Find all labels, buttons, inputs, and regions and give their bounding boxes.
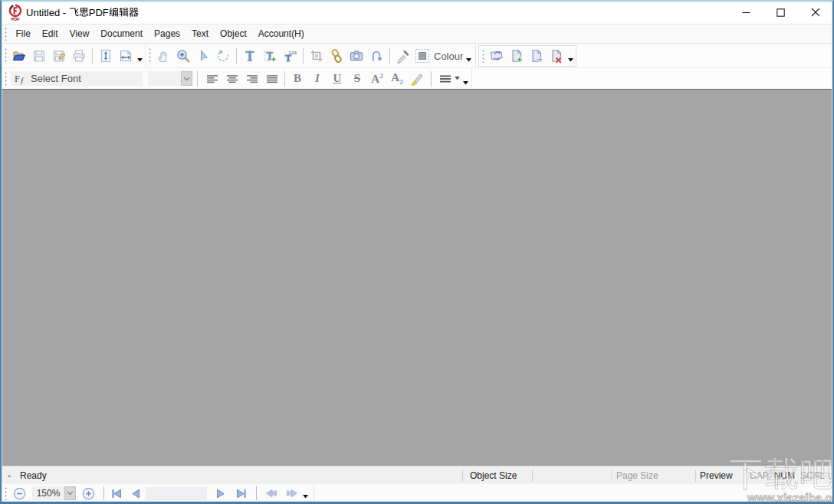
- menu-object[interactable]: Object: [215, 25, 253, 43]
- subscript-mark: 2: [399, 78, 403, 86]
- line-style-button[interactable]: [435, 70, 461, 88]
- status-ready-cell: -Ready: [2, 466, 462, 484]
- zoom-button[interactable]: [173, 47, 193, 65]
- colour-swatch-icon: [415, 48, 430, 64]
- subscript-button[interactable]: A2: [387, 70, 407, 88]
- font-size-selector[interactable]: [148, 71, 192, 86]
- fit-width-button[interactable]: [116, 47, 136, 65]
- font-selector[interactable]: FfSelect Font: [11, 71, 143, 86]
- app-window: PDF Untitled - PDF File Edit View Docume…: [0, 0, 834, 504]
- select-arrow-icon: [195, 48, 211, 64]
- numbered-text-button[interactable]: 123: [280, 47, 300, 65]
- menu-file[interactable]: File: [10, 25, 36, 43]
- menu-account[interactable]: Account(H): [252, 25, 310, 43]
- align-right-button[interactable]: [242, 70, 262, 88]
- eyedropper-button[interactable]: [393, 47, 413, 65]
- align-center-button[interactable]: [222, 70, 242, 88]
- overflow-chevron-icon: [568, 58, 573, 62]
- toolbar-grip[interactable]: [4, 486, 8, 500]
- status-scrl: SCRL: [800, 470, 825, 481]
- select-arrow-button[interactable]: [193, 47, 213, 65]
- bottombar-separator: [103, 486, 104, 500]
- next-view-icon: [285, 488, 298, 499]
- strikethrough-button[interactable]: S: [347, 70, 367, 88]
- superscript-label: A2: [371, 72, 383, 86]
- toolbar-grip[interactable]: [4, 71, 8, 86]
- delete-page-button[interactable]: [547, 47, 566, 65]
- font-size-value: [148, 71, 181, 86]
- extract-page-button[interactable]: [527, 47, 547, 65]
- svg-text:f: f: [21, 76, 25, 84]
- font-size-dropdown[interactable]: [181, 71, 192, 86]
- next-page-button[interactable]: [212, 485, 230, 502]
- subscript-letter: A: [391, 71, 399, 83]
- toolbar-separator: [236, 48, 237, 64]
- strikethrough-label: S: [354, 72, 360, 85]
- save-button[interactable]: [29, 47, 49, 65]
- toolbar-grip[interactable]: [4, 47, 8, 64]
- bottombar-separator: [256, 486, 257, 500]
- open-button[interactable]: [9, 47, 29, 65]
- text-tool-button[interactable]: [240, 47, 260, 65]
- extract-page-icon: [529, 48, 544, 64]
- zoom-level-dropdown[interactable]: [64, 486, 76, 500]
- status-preview: Preview: [696, 466, 750, 484]
- menu-document[interactable]: Document: [95, 25, 149, 43]
- add-text-button[interactable]: [260, 47, 280, 65]
- zoom-in-button[interactable]: [76, 485, 100, 502]
- menu-view[interactable]: View: [64, 25, 95, 43]
- last-page-button[interactable]: [230, 485, 251, 502]
- hand-button[interactable]: [153, 47, 173, 65]
- bottombar-overflow-chevron[interactable]: [301, 485, 309, 502]
- page-number-field[interactable]: [146, 487, 207, 500]
- superscript-button[interactable]: A2: [367, 70, 387, 88]
- replace-page-button[interactable]: [487, 47, 507, 65]
- bold-button[interactable]: B: [287, 70, 307, 88]
- link-button[interactable]: [327, 47, 346, 65]
- prev-page-button[interactable]: [126, 485, 144, 502]
- align-justify-button[interactable]: [262, 70, 282, 88]
- numbered-text-icon: 123: [282, 48, 297, 64]
- prev-view-button[interactable]: [261, 485, 281, 502]
- align-right-icon: [245, 71, 260, 87]
- pages-overflow-chevron[interactable]: [566, 47, 574, 65]
- minimize-icon: [742, 8, 750, 17]
- first-page-button[interactable]: [107, 485, 126, 502]
- print-button[interactable]: [69, 47, 89, 65]
- menu-edit[interactable]: Edit: [36, 25, 64, 43]
- underline-button[interactable]: U: [327, 70, 347, 88]
- bottom-toolbar: 150%: [2, 484, 832, 502]
- rotate-button[interactable]: [213, 47, 233, 65]
- italic-button[interactable]: I: [307, 70, 327, 88]
- colour-dropdown-chevron[interactable]: [465, 47, 472, 65]
- menu-text[interactable]: Text: [186, 25, 215, 43]
- save-as-button[interactable]: [49, 47, 69, 65]
- highlight-button[interactable]: [407, 70, 427, 88]
- snapshot-button[interactable]: [346, 47, 366, 65]
- toolbar-grip[interactable]: [148, 47, 152, 64]
- zoom-level-value[interactable]: 150%: [32, 486, 64, 500]
- zoom-out-button[interactable]: [9, 485, 29, 502]
- next-view-button[interactable]: [281, 485, 301, 502]
- toolbar-grip[interactable]: [481, 49, 485, 63]
- crop-button[interactable]: [307, 47, 327, 65]
- format-overflow-chevron[interactable]: [461, 70, 469, 88]
- status-cap: CAP: [750, 470, 769, 481]
- document-canvas[interactable]: [2, 89, 832, 466]
- standard-overflow-chevron[interactable]: [136, 47, 143, 65]
- align-left-button[interactable]: [202, 70, 222, 88]
- status-num: NUM: [774, 470, 795, 481]
- underline-label: U: [333, 72, 342, 85]
- open-icon: [11, 48, 27, 64]
- fit-height-button[interactable]: [96, 47, 116, 65]
- toolbar-separator: [389, 48, 390, 64]
- colour-button[interactable]: Colour: [413, 47, 465, 65]
- menubar-grip[interactable]: [4, 27, 8, 41]
- menu-pages[interactable]: Pages: [149, 25, 186, 43]
- maximize-button[interactable]: [763, 1, 798, 24]
- uturn-arrow-button[interactable]: [366, 47, 386, 65]
- close-button[interactable]: [798, 1, 832, 24]
- minimize-button[interactable]: [729, 1, 763, 24]
- titlebar: PDF Untitled - PDF: [2, 1, 832, 24]
- insert-page-button[interactable]: [507, 47, 527, 65]
